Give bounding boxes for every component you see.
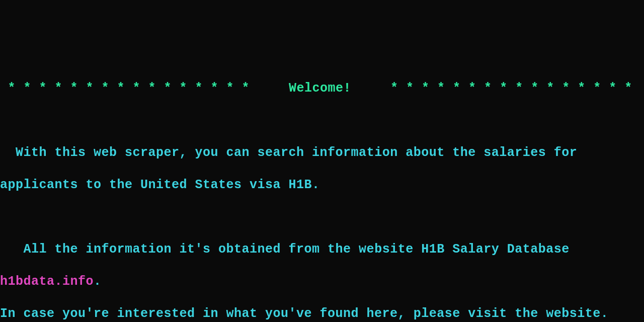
banner-stars-left: * * * * * * * * * * * * * * * * [0,81,250,96]
intro-line-2: applicants to the United States visa H1B… [0,178,320,192]
source-line-1: All the information it's obtained from t… [0,242,570,257]
intro-line-1: With this web scraper, you can search in… [0,145,577,160]
source-period: . [94,274,102,289]
banner-title: Welcome! [250,80,390,97]
source-line-3: In case you're interested in what you've… [0,306,608,321]
source-link[interactable]: h1bdata.info [0,274,94,289]
banner-stars-right: * * * * * * * * * * * * * * * * [390,81,632,96]
